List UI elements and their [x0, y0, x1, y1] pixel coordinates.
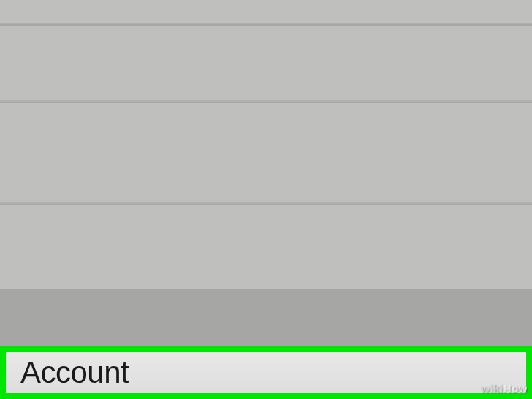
settings-row[interactable] — [0, 24, 532, 102]
settings-list-section — [0, 0, 532, 289]
settings-row[interactable] — [0, 204, 532, 289]
settings-row[interactable] — [0, 0, 532, 24]
account-row-highlight: Account — [0, 346, 532, 399]
account-label: Account — [20, 355, 129, 390]
account-row[interactable]: Account — [6, 352, 526, 393]
watermark-prefix: wiki — [481, 382, 503, 395]
wikihow-watermark: wikiHow — [481, 382, 528, 395]
section-separator — [0, 289, 532, 346]
settings-row[interactable] — [0, 102, 532, 204]
watermark-suffix: How — [503, 382, 528, 395]
